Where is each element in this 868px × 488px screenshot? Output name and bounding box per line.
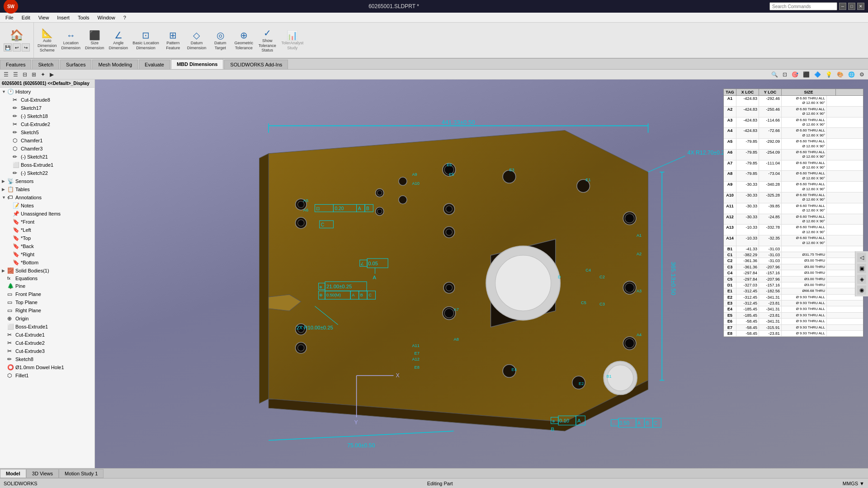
tab-mbd-dimensions[interactable]: MBD Dimensions [171, 59, 223, 69]
sidebar-item-front[interactable]: 🔖 *Front [0, 218, 94, 226]
table-row: A6-79.85-254.09Ø 6.60 THRU ALLØ 12.60 X … [724, 150, 863, 160]
cell-xloc: -297.84 [736, 277, 759, 282]
expand-right-icon[interactable]: ◁ [857, 253, 866, 262]
view-orient-btn[interactable]: 🎯 [790, 71, 800, 78]
sidebar-item-cut-extrude3[interactable]: ✂ Cut-Extrude3 [0, 347, 94, 355]
sidebar-item-annotations[interactable]: ▼ 🏷 Annotations [0, 193, 94, 202]
status-units[interactable]: MMGS ▼ [843, 481, 864, 486]
cell-tag: E1 [724, 288, 736, 294]
scene-icon[interactable]: ◉ [857, 286, 866, 295]
minimize-button[interactable]: ─ [839, 3, 846, 10]
view-3d-icon[interactable]: ▣ [857, 264, 866, 273]
geometric-tolerance-btn[interactable]: ⊕ GeometricTolerance [232, 29, 255, 52]
menu-edit[interactable]: Edit [18, 14, 34, 21]
compass-btn[interactable]: ✦ [39, 71, 47, 78]
grid-view-btn[interactable]: ⊟ [21, 71, 29, 78]
canvas-area[interactable]: 441.33±0.50 365.13±0.50 4X R12.70±0.25 7… [95, 80, 868, 468]
tab-evaluate[interactable]: Evaluate [139, 60, 170, 69]
angle-dimension-btn[interactable]: ∠ AngleDimension [107, 29, 130, 52]
zoom-fit-btn[interactable]: ⊡ [781, 71, 789, 78]
close-button[interactable]: ✕ [857, 3, 864, 10]
sidebar-item-right-plane[interactable]: ▭ Right Plane [0, 306, 94, 314]
maximize-button[interactable]: □ [848, 3, 855, 10]
section-view-btn[interactable]: ⬛ [801, 71, 811, 78]
menu-view[interactable]: View [35, 14, 53, 21]
sidebar-item-notes[interactable]: 📝 Notes [0, 202, 94, 210]
cell-tag: A2 [724, 107, 736, 117]
lighting-btn[interactable]: 💡 [824, 71, 834, 78]
sidebar-item-cut-extrude2a[interactable]: ✂ Cut-Extrude2 [0, 120, 94, 128]
location-dimension-btn[interactable]: ↔ LocationDimension [60, 29, 83, 52]
sidebar-item-fillet1[interactable]: ⬡ Fillet1 [0, 371, 94, 380]
list-view-btn[interactable]: ☰ [11, 71, 20, 78]
menu-tools[interactable]: Tools [74, 14, 93, 21]
tab-motion-study-1[interactable]: Motion Study 1 [59, 469, 104, 478]
sidebar-item-boss-extrude1[interactable]: ⬜ Boss-Extrude1 [0, 323, 94, 331]
sidebar-item-boss-extrude1a[interactable]: ⬜ Boss-Extrude1 [0, 161, 94, 169]
sidebar-item-sketch22[interactable]: ✏ (-) Sketch22 [0, 169, 94, 177]
datum-target-btn[interactable]: ◎ DatumTarget [209, 29, 231, 52]
sidebar-item-solid-bodies[interactable]: ▶ 🧱 Solid Bodies(1) [0, 267, 94, 275]
color-btn[interactable]: 🎨 [835, 71, 845, 78]
annotations-icon: 🏷 [7, 194, 14, 201]
sidebar-item-chamfer3[interactable]: ⬡ Chamfer3 [0, 145, 94, 153]
sidebar-item-pine[interactable]: 🌲 Pine [0, 282, 94, 290]
tab-features[interactable]: Features [0, 60, 31, 69]
sidebar-item-cut-extrude8[interactable]: ✂ Cut-Extrude8 [0, 96, 94, 104]
svg-text:C5: C5 [581, 300, 586, 305]
menu-insert[interactable]: Insert [53, 14, 73, 21]
search-commands-input[interactable] [769, 2, 837, 10]
sidebar-item-sketch17[interactable]: ✏ Sketch17 [0, 104, 94, 112]
display-style-btn[interactable]: 🔷 [812, 71, 823, 78]
sidebar-item-unassigned-items[interactable]: 📌 Unassigned Items [0, 210, 94, 218]
sidebar-item-back[interactable]: 🔖 *Back [0, 242, 94, 250]
sidebar-item-cut-extrude1[interactable]: ✂ Cut-Extrude1 [0, 331, 94, 339]
zoom-region-btn[interactable]: 🔍 [769, 71, 780, 78]
sidebar-item-bottom[interactable]: 🔖 *Bottom [0, 258, 94, 267]
sidebar-item-left[interactable]: 🔖 *Left [0, 226, 94, 234]
sidebar-item-top[interactable]: 🔖 *Top [0, 234, 94, 242]
sidebar-toggle-btn[interactable]: ☰ [2, 71, 10, 78]
tab-solidworks-addins[interactable]: SOLIDWORKS Add-Ins [224, 60, 288, 69]
sidebar-item-history[interactable]: ▼ 🕐 History [0, 88, 94, 96]
sidebar-item-sketch8[interactable]: ✏ Sketch8 [0, 355, 94, 363]
pattern-feature-btn[interactable]: ⊞ PatternFeature [162, 29, 184, 52]
tab-surfaces[interactable]: Surfaces [60, 60, 91, 69]
datum-dimension-btn[interactable]: ◇ DatumDimension [185, 29, 208, 52]
sidebar-item-sketch5[interactable]: ✏ Sketch5 [0, 128, 94, 136]
quick-btn3[interactable]: ↪ [22, 43, 30, 52]
sidebar-item-cut-extrude2[interactable]: ✂ Cut-Extrude2 [0, 339, 94, 347]
menu-file[interactable]: File [2, 14, 17, 21]
menu-help[interactable]: ? [120, 14, 130, 21]
quick-btn2[interactable]: ↩ [13, 43, 21, 52]
cell-yloc: -31.03 [759, 258, 782, 263]
tab-mesh-modeling[interactable]: Mesh Modeling [92, 60, 138, 69]
sidebar-item-sketch21[interactable]: ✏ (-) Sketch21 [0, 153, 94, 161]
tree-view-btn[interactable]: ⊞ [30, 71, 38, 78]
appearance-icon[interactable]: ◈ [857, 275, 866, 284]
sidebar-item-front-plane[interactable]: ▭ Front Plane [0, 290, 94, 298]
sidebar-item-right[interactable]: 🔖 *Right [0, 250, 94, 258]
quick-save-btn[interactable]: 💾 [4, 43, 12, 52]
toleranceanalyst-study-btn[interactable]: 📊 TolerAnalystStudy [279, 29, 305, 52]
more-btn[interactable]: ▶ [48, 71, 56, 78]
view-settings-btn[interactable]: ⚙ [858, 71, 866, 78]
sidebar-item-dowel-hole1[interactable]: ⭕ Ø1.0mm Dowel Hole1 [0, 363, 94, 371]
sidebar-item-tables[interactable]: ▶ 📋 Tables [0, 185, 94, 193]
sidebar-item-top-plane[interactable]: ▭ Top Plane [0, 298, 94, 306]
auto-dimension-btn[interactable]: 📐 AutoDimensionScheme [36, 27, 59, 54]
tab-sketch[interactable]: Sketch [32, 60, 59, 69]
sidebar-item-sketch18[interactable]: ✏ (-) Sketch18 [0, 112, 94, 120]
basic-location-dimension-btn[interactable]: ⊡ Basic LocationDimension [131, 29, 161, 52]
menu-window[interactable]: Window [94, 14, 119, 21]
show-tolerance-status-btn[interactable]: ✓ ShowToleranceStatus [256, 27, 278, 54]
sidebar-item-sensors[interactable]: ▶ 📡 Sensors [0, 177, 94, 185]
tab-model[interactable]: Model [0, 469, 26, 478]
titlebar-controls[interactable]: ─ □ ✕ [769, 2, 864, 10]
size-dimension-btn[interactable]: ⬛ SizeDimension [83, 29, 106, 52]
sidebar-item-chamfer1[interactable]: ⬡ Chamfer1 [0, 136, 94, 145]
sidebar-item-origin[interactable]: ⊕ Origin [0, 314, 94, 323]
sidebar-item-equations[interactable]: fx Equations [0, 275, 94, 282]
scene-btn[interactable]: 🌐 [846, 71, 857, 78]
tab-3d-views[interactable]: 3D Views [26, 469, 59, 478]
